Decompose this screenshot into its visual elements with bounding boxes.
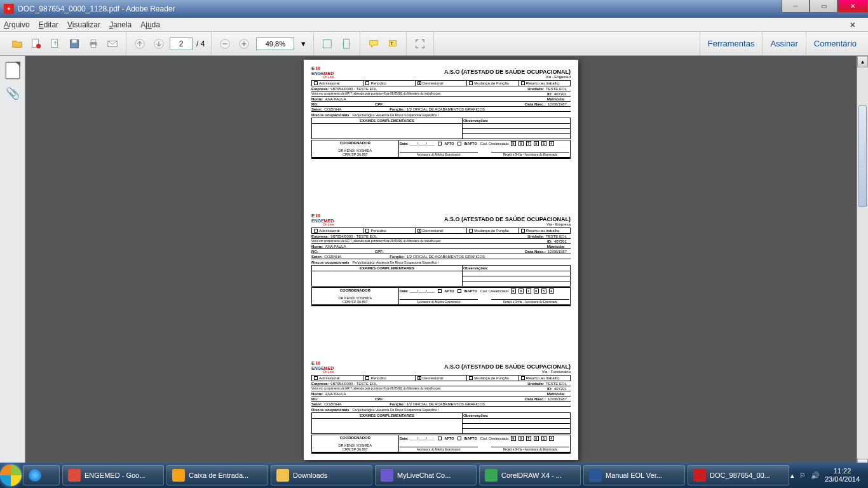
zoom-dropdown-icon[interactable]: ▾	[299, 36, 308, 51]
taskbar-item[interactable]: Downloads	[271, 465, 372, 485]
menu-arquivo[interactable]: Arquivo	[4, 20, 30, 29]
document-area: 📎 E IIIENGEMEDOn Line A.S.O (ATESTADO DE…	[0, 56, 868, 470]
fit-window-icon[interactable]	[320, 36, 335, 51]
fullscreen-icon[interactable]	[412, 36, 428, 51]
tray-chevron-icon[interactable]: ▴	[790, 471, 794, 480]
svg-point-1	[36, 44, 41, 48]
svg-rect-6	[91, 39, 95, 42]
vertical-scrollbar[interactable]: ▲ ▼	[857, 56, 868, 470]
menu-ajuda[interactable]: Ajuda	[140, 20, 160, 29]
ferramentas-link[interactable]: Ferramentas	[700, 32, 763, 55]
thumbnails-icon[interactable]	[6, 62, 20, 79]
taskbar: ENGEMED - Goo...Caixa de Entrada...Downl…	[0, 463, 868, 488]
tray-volume-icon[interactable]: 🔊	[811, 471, 820, 480]
taskbar-item[interactable]: ENGEMED - Goo...	[62, 465, 164, 485]
clock[interactable]: 11:2223/04/2014	[825, 467, 860, 484]
window-titlebar: ✦ DOC_987654_0000_1128.pdf - Adobe Reade…	[0, 0, 868, 18]
taskbar-item[interactable]: MyLiveChat Co...	[375, 465, 477, 485]
menu-visualizar[interactable]: Visualizar	[67, 20, 100, 29]
menu-bar: Arquivo Editar Visualizar Janela Ajuda ×	[0, 18, 868, 32]
svg-rect-7	[91, 44, 95, 47]
print-icon[interactable]	[86, 36, 101, 51]
taskbar-ie[interactable]	[23, 465, 60, 485]
scroll-up-icon[interactable]: ▲	[857, 56, 868, 67]
page-up-icon[interactable]	[132, 36, 147, 51]
zoom-input[interactable]	[256, 37, 294, 50]
page-viewport[interactable]: E IIIENGEMEDOn Line A.S.O (ATESTADO DE S…	[25, 56, 857, 470]
page-number-input[interactable]	[170, 37, 193, 50]
taskbar-item[interactable]: CorelDRAW X4 - ...	[479, 465, 581, 485]
svg-text:T: T	[391, 40, 394, 46]
page-down-icon[interactable]	[151, 36, 166, 51]
page-total: / 4	[196, 39, 205, 48]
minimize-button[interactable]: ─	[782, 0, 810, 13]
side-panel: 📎	[0, 56, 25, 470]
attachments-icon[interactable]: 📎	[6, 86, 20, 100]
pdf-page: E IIIENGEMEDOn Line A.S.O (ATESTADO DE S…	[304, 60, 578, 460]
highlight-icon[interactable]: T	[385, 36, 400, 51]
toolbar: / 4 ▾ T Ferramentas Assinar Comentário	[0, 32, 868, 56]
svg-rect-4	[72, 39, 76, 42]
svg-rect-14	[344, 39, 349, 48]
menu-janela[interactable]: Janela	[109, 20, 132, 29]
comentario-link[interactable]: Comentário	[806, 32, 864, 55]
close-button[interactable]: ✕	[837, 0, 868, 13]
taskbar-item[interactable]: DOC_987654_00...	[688, 465, 789, 485]
system-tray: ▴ ⚐ 🔊 11:2223/04/2014	[790, 463, 868, 488]
tray-flag-icon[interactable]: ⚐	[799, 471, 806, 480]
menu-editar[interactable]: Editar	[39, 20, 58, 29]
open-icon[interactable]	[10, 36, 25, 51]
fit-page-icon[interactable]	[339, 36, 354, 51]
export-icon[interactable]	[48, 36, 63, 51]
scroll-thumb[interactable]	[858, 105, 867, 207]
pdf-icon: ✦	[4, 4, 14, 14]
zoom-in-icon[interactable]	[236, 36, 252, 51]
window-title: DOC_987654_0000_1128.pdf - Adobe Reader	[18, 4, 175, 13]
save-icon[interactable]	[67, 36, 82, 51]
svg-rect-13	[323, 39, 332, 48]
taskbar-item[interactable]: Caixa de Entrada...	[166, 465, 268, 485]
email-icon[interactable]	[105, 36, 120, 51]
start-button[interactable]	[0, 463, 22, 488]
taskbar-item[interactable]: Manual EOL Ver...	[583, 465, 685, 485]
zoom-out-icon[interactable]	[217, 36, 233, 51]
comment-icon[interactable]	[366, 36, 381, 51]
create-pdf-icon[interactable]	[29, 36, 44, 51]
close-document-button[interactable]: ×	[850, 20, 855, 30]
assinar-link[interactable]: Assinar	[762, 32, 805, 55]
maximize-button[interactable]: ▭	[810, 0, 837, 13]
